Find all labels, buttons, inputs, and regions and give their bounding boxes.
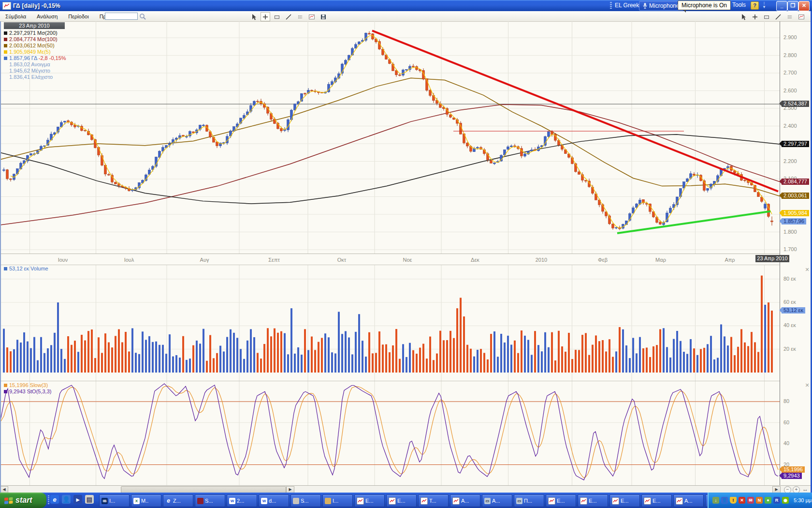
chart-scrollbar: ◀ ▶ ▶ − + ↔ (0, 485, 812, 493)
legend-row: 1.857,96 ΓΔ -2,8 -0,15% (4, 55, 66, 61)
axis-value-tag: 1.905,984 (782, 210, 809, 216)
taskbar-task-2[interactable]: W2... (227, 494, 257, 507)
stochastic-pane-close-icon[interactable]: ✕ (804, 382, 810, 388)
axis-tick-label: 2.700 (783, 70, 797, 75)
antivirus-icon[interactable]: N (756, 497, 763, 504)
chart-type-icon[interactable] (307, 12, 317, 21)
taskbar-task-Π[interactable]: ▭Π... (514, 494, 544, 507)
pane-divider[interactable] (0, 381, 780, 381)
price-chart[interactable] (0, 21, 780, 254)
volume-legend-marker (4, 267, 7, 270)
taskbar-task-E[interactable]: E... (641, 494, 672, 507)
axis-tick-label: 1.700 (783, 246, 797, 252)
crosshair-icon[interactable] (750, 12, 760, 21)
symbol-search-input[interactable] (105, 13, 138, 20)
cursor-icon[interactable] (249, 12, 259, 21)
taskbar-task-E[interactable]: E... (578, 494, 608, 507)
taskbar-task-T[interactable]: T... (418, 494, 449, 507)
menu-item-Σύμβολα[interactable]: Σύμβολα (0, 12, 31, 21)
quick-launch-grip[interactable] (48, 495, 49, 505)
trendline-icon[interactable] (284, 12, 293, 21)
volume-pane-close-icon[interactable]: ✕ (804, 267, 810, 272)
trendline-icon[interactable] (773, 12, 783, 21)
grid-icon[interactable] (785, 12, 795, 21)
legend-text: 2.297,2971 Μσ(200) (9, 30, 58, 36)
taskbar-task-S[interactable]: S... (195, 494, 225, 507)
grid-icon[interactable] (295, 12, 305, 21)
minimize-button[interactable]: _ (776, 1, 787, 11)
mail-icon[interactable]: ✉ (747, 497, 754, 504)
cursor-icon[interactable] (739, 12, 748, 21)
x-axis-label: Ιουλ (117, 257, 141, 263)
taskbar-task-E[interactable]: E... (546, 494, 576, 507)
taskbar-task-S[interactable]: S... (290, 494, 321, 507)
axis-tick-label: 60 (783, 419, 789, 425)
taskbar-task-A[interactable]: ▭A... (482, 494, 512, 507)
help-button[interactable]: ? (751, 1, 759, 10)
player-icon[interactable]: ● (765, 497, 771, 504)
language-bar-options-chevron[interactable]: ⁝▾ (762, 1, 767, 9)
axis-value-tag: 2.524,387 (782, 101, 809, 107)
scroll-step-right-button[interactable]: ▶ (286, 486, 294, 493)
taskbar-task-I[interactable]: IBI... (99, 494, 130, 507)
messenger-icon[interactable]: 👤 (62, 495, 71, 504)
close-button[interactable]: ✕ (798, 1, 810, 11)
axis-value-tag: 1.857,96 (782, 218, 806, 224)
stochastic-chart[interactable] (0, 381, 780, 485)
axis-tick-label: 2.600 (783, 88, 797, 93)
updates-icon[interactable]: ↓ (712, 497, 719, 504)
monitor-icon: ▭ (516, 498, 522, 504)
hand-icon (325, 498, 331, 504)
security-shield-icon[interactable]: ! (730, 497, 737, 504)
taskbar-task-Z[interactable]: eZ... (163, 494, 193, 507)
volume-chart[interactable] (0, 265, 780, 381)
microphone-button[interactable]: Microphone (639, 1, 683, 11)
show-desktop-icon[interactable]: ▤ (85, 495, 94, 504)
legend-text: 2.084,7774 Μσ(100) (9, 36, 58, 42)
fit-width-icon[interactable]: ↔ (802, 486, 808, 493)
taskbar-clock[interactable]: 5:30 μμ (794, 497, 812, 503)
nvidia-icon[interactable]: ◉ (782, 497, 789, 504)
axis-tick-label: 2.500 (783, 105, 797, 111)
scrollbar-thumb[interactable] (121, 486, 286, 493)
mute-icon[interactable]: ✕ (739, 497, 745, 504)
chart-type-icon[interactable] (797, 12, 806, 21)
save-icon[interactable] (319, 12, 328, 21)
pane-divider[interactable] (0, 265, 780, 265)
price-axis-line (780, 21, 780, 485)
task-label: E... (652, 498, 661, 504)
start-button[interactable]: start (0, 493, 46, 508)
taskbar-task-M[interactable]: XM.. (131, 494, 161, 507)
window-title: ΓΔ [daily] -0,15% (13, 2, 60, 9)
taskbar-task-A[interactable]: A... (673, 494, 704, 507)
language-bar-grip[interactable] (610, 2, 612, 9)
region-icon[interactable] (762, 12, 771, 21)
search-icon[interactable] (139, 13, 146, 21)
media-player-icon[interactable]: ▸ (73, 495, 82, 504)
menu-item-Περίοδοι[interactable]: Περίοδοι (63, 12, 94, 21)
taskbar-task-I[interactable]: I... (322, 494, 353, 507)
scroll-left-button[interactable]: ◀ (0, 486, 8, 493)
chart-icon (676, 497, 683, 505)
windows-flag-icon (4, 496, 14, 505)
ie-icon[interactable]: e (50, 495, 59, 504)
messenger-icon[interactable]: 👤 (721, 497, 728, 504)
taskbar-task-E[interactable]: E... (609, 494, 640, 507)
task-label: A... (461, 498, 469, 504)
crosshair-icon[interactable] (261, 12, 270, 21)
region-icon[interactable] (272, 12, 282, 21)
sys-icon (293, 498, 299, 504)
menu-item-Ανάλυση[interactable]: Ανάλυση (31, 12, 63, 21)
taskbar-task-A[interactable]: A... (450, 494, 480, 507)
restore-button[interactable]: ❐ (787, 1, 798, 11)
taskbar-task-d[interactable]: Wd... (259, 494, 289, 507)
task-label: E... (589, 498, 597, 504)
word-icon: W (261, 498, 267, 504)
legend-marker (4, 384, 7, 387)
scroll-right-button[interactable]: ▶ (772, 486, 781, 493)
language-indicator[interactable]: EL Greek (615, 2, 639, 9)
taskbar-task-E[interactable]: E... (354, 494, 385, 507)
axis-value-tag: 53,12 εκ (782, 307, 805, 314)
language-icon[interactable]: R (773, 497, 780, 504)
taskbar-task-E[interactable]: E... (386, 494, 417, 507)
